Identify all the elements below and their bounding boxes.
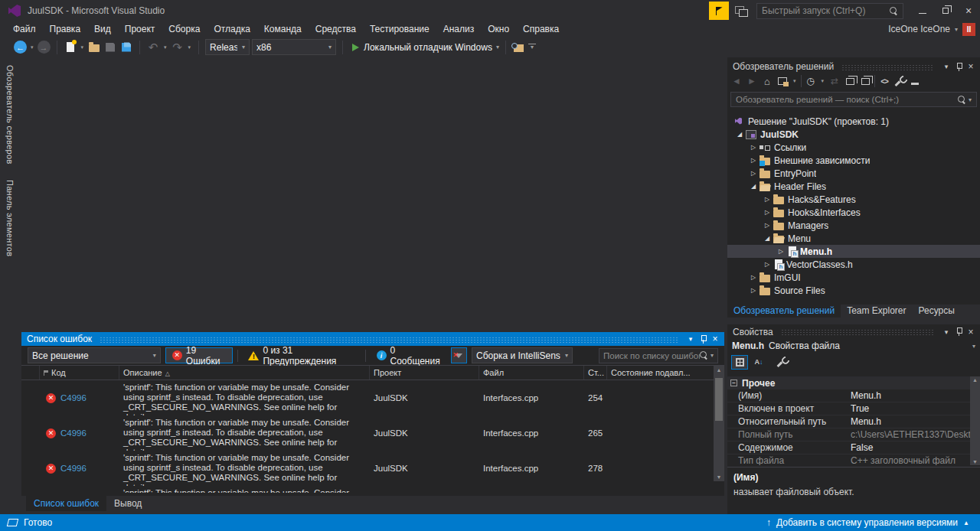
error-list-titlebar[interactable]: Список ошибок ▾ ×	[21, 332, 724, 346]
scroll-down-icon[interactable]: ▼	[970, 459, 980, 464]
menu-project[interactable]: Проект	[118, 22, 162, 36]
menu-test[interactable]: Тестирование	[363, 22, 436, 36]
vertical-scrollbar[interactable]: ▲ ▼	[970, 376, 980, 465]
chevron-collapsed-icon[interactable]	[747, 274, 760, 281]
property-value[interactable]: True	[846, 402, 980, 415]
properties-object-select[interactable]: Menu.h Свойства файла ▾	[727, 339, 980, 353]
chevron-collapsed-icon[interactable]	[761, 261, 773, 268]
attach-to-process-button[interactable]	[512, 41, 526, 54]
tree-item-menu[interactable]: Menu	[727, 232, 980, 245]
notifications-button[interactable]	[709, 2, 729, 20]
chevron-collapsed-icon[interactable]	[747, 287, 760, 294]
property-pages-button[interactable]	[776, 355, 788, 369]
menu-debug[interactable]: Отладка	[207, 22, 256, 36]
properties-button[interactable]	[893, 74, 906, 88]
navigate-forward-button[interactable]: →	[38, 41, 51, 54]
description-column-header[interactable]: Описание	[119, 366, 370, 380]
window-position-button[interactable]: ▾	[684, 334, 697, 344]
menu-help[interactable]: Справка	[516, 22, 566, 36]
chevron-down-icon[interactable]: ▾	[187, 44, 193, 50]
error-code-link[interactable]: C4996	[60, 464, 87, 474]
view-code-button[interactable]: <>	[878, 74, 890, 88]
quick-launch-input[interactable]: Быстрый запуск (Ctrl+Q)	[756, 3, 903, 19]
close-panel-button[interactable]: ×	[709, 334, 721, 344]
tab-output[interactable]: Вывод	[106, 496, 149, 511]
tree-item-project[interactable]: JuulSDK	[727, 128, 980, 141]
menu-window[interactable]: Окно	[481, 22, 516, 36]
sync-with-active-document-button[interactable]: ⇄	[828, 74, 841, 88]
file-column-header[interactable]: Файл	[479, 366, 584, 380]
chevron-expanded-icon[interactable]	[733, 131, 746, 138]
selection-column-header[interactable]	[21, 366, 40, 380]
menu-edit[interactable]: Правка	[43, 22, 88, 36]
start-debugging-button[interactable]: Локальный отладчик Windows ▾	[349, 42, 499, 53]
error-code-link[interactable]: C4996	[60, 428, 87, 438]
tree-item-source-files[interactable]: Source Files	[727, 284, 980, 297]
user-name[interactable]: IceOne IceOne	[888, 24, 950, 34]
error-row[interactable]: C4996 'sprintf': This function or variab…	[21, 451, 724, 486]
properties-titlebar[interactable]: Свойства ▾ ×	[727, 324, 980, 339]
menu-build[interactable]: Сборка	[162, 22, 207, 36]
collapse-all-button[interactable]	[844, 74, 856, 88]
pending-changes-filter-button[interactable]: ◷	[805, 74, 817, 88]
error-row-partial[interactable]: 'sprintf': This function or variable may…	[21, 486, 724, 493]
property-value[interactable]: Menu.h	[846, 415, 980, 428]
chevron-expanded-icon[interactable]	[761, 235, 773, 242]
toolbar-overflow-button[interactable]: ▼	[528, 44, 536, 50]
error-row[interactable]: C4996 'sprintf': This function or variab…	[21, 380, 724, 415]
chevron-collapsed-icon[interactable]	[747, 144, 760, 151]
new-file-button[interactable]	[64, 41, 77, 54]
chevron-down-icon[interactable]: ▾	[792, 78, 798, 84]
chevron-expanded-icon[interactable]	[747, 183, 760, 190]
navigate-back-button[interactable]: ←	[14, 41, 27, 54]
redo-button[interactable]: ↷	[171, 41, 185, 54]
chevron-collapsed-icon[interactable]	[775, 248, 787, 255]
suppression-column-header[interactable]: Состояние подавл...	[607, 366, 724, 380]
toolbox-vertical-tab[interactable]: Панель элементов	[0, 172, 20, 264]
close-button[interactable]: ×	[957, 1, 980, 21]
window-position-button[interactable]: ▾	[940, 61, 952, 72]
chevron-down-icon[interactable]: ▾	[162, 44, 168, 50]
tree-item-solution[interactable]: Решение "JuulSDK" (проектов: 1)	[727, 115, 980, 128]
clear-filter-button[interactable]	[451, 347, 467, 363]
solution-explorer-titlebar[interactable]: Обозреватель решений ▾ ×	[727, 57, 980, 72]
menu-tools[interactable]: Средства	[309, 22, 363, 36]
close-panel-button[interactable]: ×	[965, 61, 977, 72]
undo-button[interactable]: ↶	[146, 41, 160, 54]
configuration-select[interactable]: Release ▾	[205, 39, 250, 55]
add-to-source-control-button[interactable]: ↑ Добавить в систему управления версиями…	[766, 517, 980, 528]
chevron-collapsed-icon[interactable]	[747, 170, 760, 177]
pin-button[interactable]	[952, 61, 965, 72]
errors-toggle-button[interactable]: 19 Ошибки	[165, 347, 233, 363]
tree-item-references[interactable]: Ссылки	[727, 141, 980, 154]
tree-item-managers[interactable]: Managers	[727, 219, 980, 232]
pin-button[interactable]	[952, 327, 965, 337]
menu-analyze[interactable]: Анализ	[436, 22, 482, 36]
tab-error-list[interactable]: Список ошибок	[26, 496, 106, 511]
scroll-down-icon[interactable]: ▼	[717, 474, 722, 480]
tab-solution-explorer[interactable]: Обозреватель решений	[727, 305, 841, 318]
tree-item-imgui[interactable]: ImGUI	[727, 271, 980, 284]
home-button[interactable]: ⌂	[761, 74, 773, 88]
tree-item-hooks-interfaces[interactable]: Hooks&Interfaces	[727, 206, 980, 219]
feedback-icon[interactable]	[735, 6, 747, 16]
chevron-collapsed-icon[interactable]	[761, 222, 773, 229]
alphabetical-button[interactable]: A	[753, 355, 765, 369]
scroll-up-icon[interactable]: ▲	[970, 377, 980, 383]
scope-filter-select[interactable]: Все решение ▾	[28, 347, 161, 363]
save-all-button[interactable]	[119, 41, 133, 54]
property-row[interactable]: Содержимое False	[727, 441, 980, 454]
back-button[interactable]: ◄	[730, 74, 743, 88]
tree-item-external-dependencies[interactable]: Внешние зависимости	[727, 154, 980, 167]
property-row[interactable]: Включен в проект True	[727, 402, 980, 415]
tree-item-entrypoint[interactable]: EntryPoint	[727, 167, 980, 180]
scrollbar-thumb[interactable]	[715, 378, 723, 421]
switch-views-button[interactable]	[776, 74, 789, 88]
restore-button[interactable]	[934, 1, 957, 21]
collapse-icon[interactable]: −	[730, 380, 737, 386]
show-all-files-button[interactable]	[859, 74, 871, 88]
error-code-link[interactable]: C4996	[60, 393, 87, 403]
open-file-button[interactable]	[87, 41, 101, 54]
minimize-button[interactable]	[911, 1, 934, 21]
property-value[interactable]: Menu.h	[846, 389, 980, 402]
